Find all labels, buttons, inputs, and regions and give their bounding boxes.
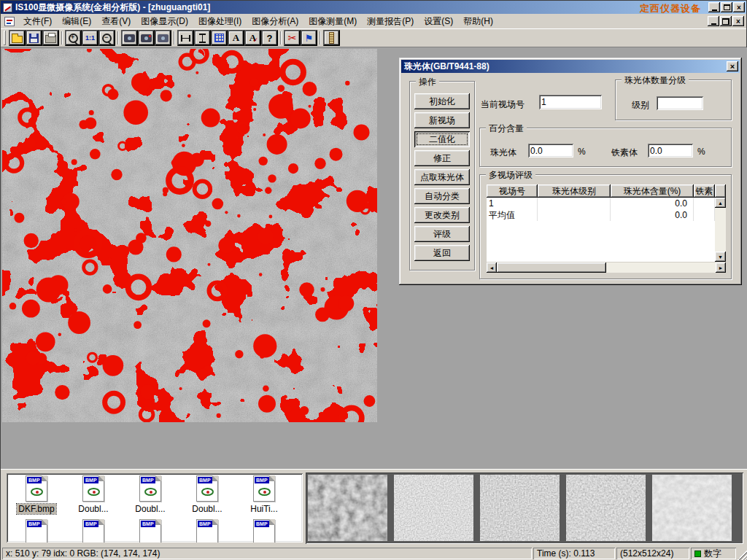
minimize-button[interactable] xyxy=(708,2,720,12)
back-button[interactable]: 返回 xyxy=(414,245,470,261)
change-class-button[interactable]: 更改类别 xyxy=(414,207,470,223)
mdi-close-button[interactable]: × xyxy=(732,16,744,26)
dialog-close-button[interactable]: × xyxy=(727,61,738,71)
menu-item-file[interactable]: 文件(F) xyxy=(18,13,57,30)
bmp-file-icon: BMP xyxy=(196,519,218,542)
file-item-partial[interactable]: BMP xyxy=(122,519,179,542)
thumbnail-strip xyxy=(306,472,743,544)
menu-bar: 文件(F) 编辑(E) 查看(V) 图像显示(D) 图像处理(I) 图像分析(A… xyxy=(1,14,746,28)
init-button[interactable]: 初始化 xyxy=(414,93,470,109)
file-item-partial[interactable]: BMP xyxy=(8,519,65,542)
mode-label: 数字 xyxy=(704,548,721,560)
thumbnail-4[interactable] xyxy=(566,475,646,541)
font-check-button[interactable]: A✓ xyxy=(244,30,261,46)
close-button[interactable]: × xyxy=(733,2,745,12)
thumbnail-2[interactable] xyxy=(394,475,473,541)
menu-item-image-display[interactable]: 图像显示(D) xyxy=(136,13,193,30)
menu-item-image-analysis[interactable]: 图像分析(A) xyxy=(247,13,303,30)
current-field-input[interactable] xyxy=(539,95,602,109)
file-item[interactable]: BMP Doubl... xyxy=(179,475,236,514)
binarize-button[interactable]: 二值化 xyxy=(414,131,470,147)
scroll-up-icon[interactable]: ▲ xyxy=(715,198,726,208)
file-item[interactable]: BMP Doubl... xyxy=(122,475,179,514)
file-name: Doubl... xyxy=(77,504,109,514)
bmp-file-icon: BMP xyxy=(26,519,47,542)
ruler-button[interactable] xyxy=(323,30,340,46)
toolbar-grip[interactable] xyxy=(4,31,6,45)
pearlite-label: 珠光体 xyxy=(490,147,516,159)
new-field-button[interactable]: 新视场 xyxy=(414,112,470,128)
mdi-restore-button[interactable] xyxy=(720,16,732,26)
calibration-grid-button[interactable] xyxy=(211,30,228,46)
cell-ferrite xyxy=(694,198,715,209)
multi-field-table: 视场号 珠光体级别 珠光体含量(%) 铁素 1 0.0 xyxy=(487,184,726,262)
print-button[interactable] xyxy=(42,30,59,46)
pearlite-percent-input[interactable] xyxy=(528,144,573,158)
thumbnail-1[interactable] xyxy=(308,475,387,541)
col-header-field[interactable]: 视场号 xyxy=(487,184,538,198)
level-input[interactable] xyxy=(657,96,703,110)
col-header-level[interactable]: 珠光体级别 xyxy=(538,184,611,198)
maximize-icon xyxy=(724,4,730,10)
file-item[interactable]: BMP Doubl... xyxy=(65,475,122,514)
scroll-right-icon[interactable]: ► xyxy=(716,262,726,273)
zoom-in-button[interactable]: + xyxy=(65,30,82,46)
col-header-ferrite[interactable]: 铁素 xyxy=(694,184,715,198)
file-item-partial[interactable]: BMP xyxy=(65,519,122,542)
dialog-title-bar[interactable]: 珠光体(GB/T9441-88) × xyxy=(401,60,740,73)
menu-item-image-process[interactable]: 图像处理(I) xyxy=(193,13,247,30)
table-vertical-scrollbar[interactable]: ▲ ▼ xyxy=(715,198,726,262)
open-file-button[interactable] xyxy=(9,30,26,46)
zoom-out-button[interactable]: − xyxy=(98,30,115,46)
table-row-average[interactable]: 平均值 0.0 xyxy=(487,209,726,221)
menu-item-help[interactable]: 帮助(H) xyxy=(458,13,498,30)
file-item[interactable]: BMP HuiTi... xyxy=(236,475,293,514)
auto-classify-button[interactable]: 自动分类 xyxy=(414,188,470,204)
file-item-dkf[interactable]: BMP DKF.bmp xyxy=(8,475,65,514)
help-icon: ? xyxy=(267,33,273,44)
flag-icon: ⚑ xyxy=(305,33,314,44)
help-button[interactable]: ? xyxy=(261,30,278,46)
correct-button[interactable]: 修正 xyxy=(414,150,470,166)
actual-size-icon: 1:1 xyxy=(85,34,95,42)
live-video-button[interactable] xyxy=(138,30,155,46)
measure-horizontal-button[interactable] xyxy=(177,30,194,46)
col-header-pearlite-content[interactable]: 珠光体含量(%) xyxy=(611,184,694,198)
file-item-partial[interactable]: BMP xyxy=(236,519,293,542)
menu-item-view[interactable]: 查看(V) xyxy=(96,13,136,30)
operation-group-label: 操作 xyxy=(416,76,439,88)
cut-region-button[interactable]: ✂ xyxy=(284,30,301,46)
snapshot-button[interactable] xyxy=(155,30,171,46)
bmp-doodle xyxy=(31,488,43,496)
menu-item-edit[interactable]: 编辑(E) xyxy=(57,13,96,30)
save-button[interactable] xyxy=(26,30,42,46)
capture-frame-button[interactable] xyxy=(121,30,138,46)
child-window-icon[interactable] xyxy=(4,17,15,26)
micrograph-image[interactable] xyxy=(2,49,377,422)
rate-button[interactable]: 评级 xyxy=(414,226,470,242)
ferrite-percent-input[interactable] xyxy=(648,144,693,158)
menu-item-settings[interactable]: 设置(S) xyxy=(419,13,458,30)
toolbar: + 1:1 − A A✓ ? ✂ ⚑ xyxy=(1,28,746,47)
menu-item-image-measure[interactable]: 图像测量(M) xyxy=(303,13,362,30)
scrollbar-thumb[interactable] xyxy=(497,262,606,273)
operation-group: 操作 初始化 新视场 二值化 修正 点取珠光体 自动分类 更改类别 评级 返回 xyxy=(409,81,475,271)
marker-tool-button[interactable]: ⚑ xyxy=(301,30,317,46)
table-row[interactable]: 1 0.0 xyxy=(487,198,726,209)
scroll-down-icon[interactable]: ▼ xyxy=(715,252,726,262)
cell-pearlite-content: 0.0 xyxy=(611,198,694,209)
pick-pearlite-button[interactable]: 点取珠光体 xyxy=(414,169,470,185)
toolbar-separator xyxy=(320,31,321,44)
resize-grip[interactable] xyxy=(738,551,747,560)
measure-vertical-button[interactable] xyxy=(194,30,211,46)
text-annotation-button[interactable]: A xyxy=(228,30,244,46)
table-horizontal-scrollbar[interactable]: ◄ ► xyxy=(487,262,726,273)
thumbnail-3[interactable] xyxy=(480,475,560,541)
thumbnail-5[interactable] xyxy=(652,475,732,541)
menu-item-report[interactable]: 测量报告(P) xyxy=(362,13,419,30)
maximize-button[interactable] xyxy=(721,2,732,12)
file-item-partial[interactable]: BMP xyxy=(179,519,236,542)
scroll-left-icon[interactable]: ◄ xyxy=(487,262,497,273)
actual-size-button[interactable]: 1:1 xyxy=(82,30,98,46)
mdi-minimize-button[interactable] xyxy=(708,16,719,26)
